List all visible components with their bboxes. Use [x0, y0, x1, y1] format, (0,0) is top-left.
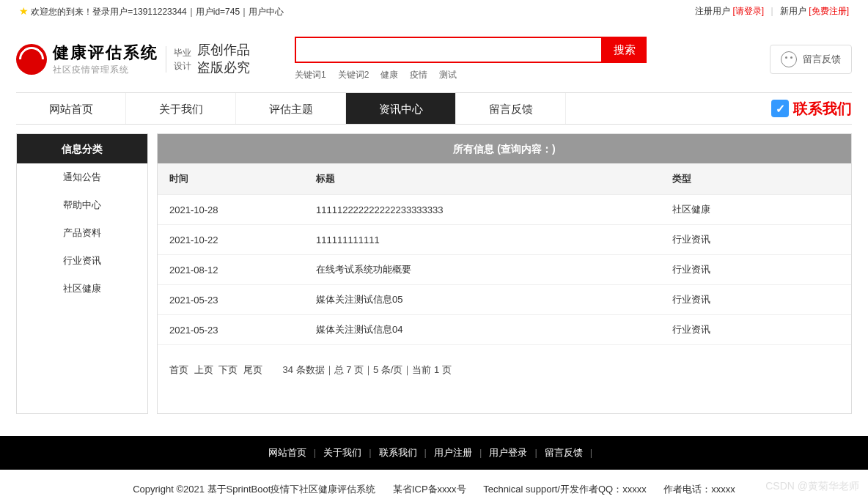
sidebar-item[interactable]: 社区健康	[17, 275, 147, 303]
headset-icon	[781, 51, 797, 67]
pager-info: 34 条数据｜总 7 页｜5 条/页｜当前 1 页	[283, 364, 452, 375]
check-icon: ✓	[771, 100, 789, 117]
table-row[interactable]: 2021-08-12在线考试系统功能概要行业资讯	[158, 255, 851, 285]
column-header: 类型	[661, 163, 851, 195]
sidebar-header: 信息分类	[17, 134, 147, 163]
pager-link[interactable]: 尾页	[243, 364, 262, 375]
search-input[interactable]	[295, 37, 603, 63]
footer-link[interactable]: 留言反馈	[545, 447, 583, 458]
pager: 首页 上页 下页 尾页 34 条数据｜总 7 页｜5 条/页｜当前 1 页	[158, 345, 851, 384]
footer-link[interactable]: 联系我们	[379, 447, 417, 458]
top-right-links: 注册用户 [请登录] | 新用户 [免费注册]	[695, 0, 849, 22]
free-register[interactable]: [免费注册]	[809, 6, 849, 16]
new-user[interactable]: 新用户	[780, 6, 806, 16]
welcome-text: ★ 欢迎您的到来！登录用户=13911223344｜用户id=745｜用户中心	[19, 0, 284, 22]
data-table: 时间标题类型 2021-10-2811111222222222223333333…	[158, 163, 851, 345]
nav-item-2[interactable]: 评估主题	[236, 93, 346, 124]
sidebar-item[interactable]: 通知公告	[17, 163, 147, 191]
top-bar: ★ 欢迎您的到来！登录用户=13911223344｜用户id=745｜用户中心 …	[16, 0, 852, 22]
nav-item-3[interactable]: 资讯中心	[346, 93, 456, 124]
search-keyword[interactable]: 健康	[380, 70, 398, 80]
contact-us[interactable]: ✓ 联系我们	[771, 93, 852, 124]
sidebar-item[interactable]: 帮助中心	[17, 191, 147, 219]
footer-copyright: Copyright ©2021 基于SprintBoot疫情下社区健康评估系统 …	[0, 470, 868, 499]
footer-link[interactable]: 用户登录	[489, 447, 527, 458]
table-row[interactable]: 2021-10-22111111111111行业资讯	[158, 225, 851, 255]
search-keyword[interactable]: 测试	[439, 70, 457, 80]
footer-link[interactable]: 网站首页	[268, 447, 306, 458]
search-keyword[interactable]: 关键词1	[295, 70, 326, 80]
sidebar-item[interactable]: 行业资讯	[17, 247, 147, 275]
pager-link[interactable]: 上页	[194, 364, 213, 375]
logo-area[interactable]: 健康评估系统 社区疫情管理系统 毕业 设计 原创作品 盗版必究	[16, 42, 273, 76]
search-keyword[interactable]: 关键词2	[338, 70, 369, 80]
registered-user[interactable]: 注册用户	[695, 6, 730, 16]
header: 健康评估系统 社区疫情管理系统 毕业 设计 原创作品 盗版必究 搜索 关键词1关…	[16, 22, 852, 92]
main-nav: 网站首页关于我们评估主题资讯中心留言反馈 ✓ 联系我们	[16, 92, 852, 125]
footer-nav: 网站首页|关于我们|联系我们|用户注册|用户登录|留言反馈|	[0, 436, 868, 470]
footer-link[interactable]: 关于我们	[323, 447, 361, 458]
search-keywords: 关键词1关键词2健康疫情测试	[295, 69, 770, 81]
main-panel: 所有信息 (查询内容：) 时间标题类型 2021-10-281111122222…	[157, 133, 852, 414]
search-button[interactable]: 搜索	[603, 37, 647, 63]
site-title: 健康评估系统	[53, 42, 158, 64]
sidebar-item[interactable]: 产品资料	[17, 219, 147, 247]
main-header: 所有信息 (查询内容：)	[158, 134, 851, 163]
welcome-msg[interactable]: 欢迎您的到来！登录用户=13911223344｜用户id=745｜用户中心	[31, 7, 284, 17]
site-subtitle: 社区疫情管理系统	[53, 64, 158, 76]
content: 信息分类 通知公告帮助中心产品资料行业资讯社区健康 所有信息 (查询内容：) 时…	[16, 133, 852, 436]
column-header: 标题	[304, 163, 661, 195]
table-row[interactable]: 2021-05-23媒体关注测试信息04行业资讯	[158, 315, 851, 345]
star-icon: ★	[19, 5, 29, 17]
nav-item-1[interactable]: 关于我们	[126, 93, 236, 124]
footer-link[interactable]: 用户注册	[434, 447, 472, 458]
watermark: CSDN @黄菊华老师	[765, 480, 859, 493]
table-row[interactable]: 2021-10-28111112222222222233333333社区健康	[158, 195, 851, 225]
pager-link[interactable]: 首页	[169, 364, 188, 375]
search-keyword[interactable]: 疫情	[410, 70, 427, 80]
logo-icon	[16, 44, 47, 75]
column-header: 时间	[158, 163, 304, 195]
nav-item-4[interactable]: 留言反馈	[456, 93, 566, 124]
table-row[interactable]: 2021-05-23媒体关注测试信息05行业资讯	[158, 285, 851, 315]
login-link[interactable]: [请登录]	[733, 6, 765, 16]
feedback-button[interactable]: 留言反馈	[770, 45, 852, 74]
sidebar: 信息分类 通知公告帮助中心产品资料行业资讯社区健康	[16, 133, 148, 414]
search-area: 搜索 关键词1关键词2健康疫情测试	[273, 37, 770, 81]
nav-item-0[interactable]: 网站首页	[16, 93, 126, 124]
pager-link[interactable]: 下页	[218, 364, 238, 375]
